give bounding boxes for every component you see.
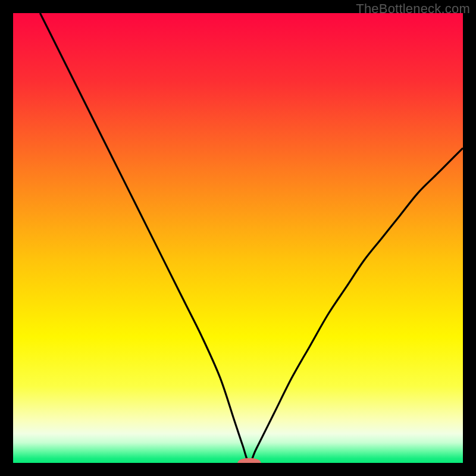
plot-background [13, 13, 463, 463]
bottleneck-plot [13, 13, 463, 463]
figure-root: TheBottleneck.com [0, 0, 476, 476]
